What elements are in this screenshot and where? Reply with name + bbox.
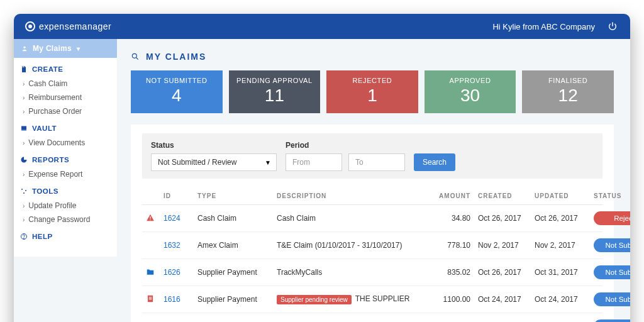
sidebar-item[interactable]: ›Change Password [20, 213, 111, 226]
svg-rect-12 [148, 295, 153, 302]
column-header[interactable]: TYPE [194, 187, 273, 205]
search-icon [131, 52, 140, 61]
svg-rect-15 [149, 299, 152, 299]
svg-rect-13 [149, 297, 152, 297]
svg-point-6 [25, 190, 26, 191]
greeting: Hi Kylie from ABC Company [492, 22, 595, 31]
sidebar: My Claims ▾ CREATE›Cash Claim›Reimbursem… [14, 39, 117, 322]
sidebar-item[interactable]: ›Update Profile [20, 199, 111, 213]
filter-bar: Status Not Submitted / Review ▼ Period F… [142, 133, 602, 179]
table-row: 1632Amex ClaimT&E Claim (01/10/2017 - 31… [142, 232, 602, 259]
sidebar-item[interactable]: ›View Documents [20, 136, 111, 150]
svg-rect-1 [23, 67, 25, 68]
svg-rect-11 [150, 219, 150, 219]
claim-id-link[interactable]: 1616 [164, 295, 180, 304]
sidebar-item[interactable]: ›Reimbursement [20, 91, 111, 104]
column-header[interactable]: AMOUNT [429, 187, 474, 205]
brand[interactable]: expensemanager [25, 21, 111, 31]
column-header[interactable]: STATUS [590, 187, 602, 205]
column-header[interactable]: DESCRIPTION [273, 187, 429, 205]
chevron-down-icon: ▾ [77, 45, 80, 52]
status-pill[interactable]: Not Submitted [594, 238, 630, 252]
svg-rect-10 [150, 216, 150, 219]
chevron-right-icon: › [23, 108, 25, 115]
sidebar-active-label: My Claims [33, 44, 72, 53]
column-header[interactable]: CREATED [474, 187, 531, 205]
brand-name: expensemanager [39, 21, 111, 31]
claims-table: IDTYPEDESCRIPTIONAMOUNTCREATEDUPDATEDSTA… [142, 187, 602, 322]
summary-tiles: NOT SUBMITTED4PENDING APPROVAL11REJECTED… [131, 70, 614, 113]
status-pill[interactable]: Not Submitted [594, 319, 630, 322]
status-pill[interactable]: Not Submitted [594, 265, 630, 279]
sidebar-section-create[interactable]: CREATE [20, 65, 111, 73]
sidebar-section-vault[interactable]: VAULT [20, 125, 111, 132]
pending-review-chip: Supplier pending review [277, 295, 352, 304]
table-row: 1626Supplier PaymentTrackMyCalls835.02Oc… [142, 259, 602, 286]
page-title: MY CLAIMS [131, 52, 614, 62]
chevron-right-icon: › [23, 80, 25, 87]
status-tile[interactable]: REJECTED1 [326, 70, 418, 113]
status-tile[interactable]: NOT SUBMITTED4 [131, 70, 223, 113]
chevron-right-icon: › [23, 140, 25, 147]
chevron-right-icon: › [23, 216, 25, 223]
caret-down-icon: ▼ [265, 159, 271, 166]
brand-logo-icon [25, 21, 35, 31]
period-from-input[interactable]: From [286, 153, 342, 171]
search-button[interactable]: Search [414, 153, 455, 171]
invoice-icon [146, 296, 155, 305]
power-icon [608, 21, 618, 31]
sidebar-item[interactable]: ›Expense Report [20, 167, 111, 181]
period-to-input[interactable]: To [348, 153, 405, 171]
status-tile[interactable]: PENDING APPROVAL11 [229, 70, 321, 113]
column-header[interactable]: ID [160, 187, 194, 205]
logout-button[interactable] [606, 20, 619, 33]
person-icon [21, 45, 28, 52]
svg-rect-2 [21, 126, 26, 130]
status-tile[interactable]: APPROVED30 [425, 70, 516, 113]
svg-point-9 [132, 53, 136, 58]
sidebar-item[interactable]: ›Cash Claim [20, 77, 111, 91]
table-row: 1616Supplier PaymentSupplier pending rev… [142, 286, 602, 313]
claim-id-link[interactable]: 1624 [164, 214, 180, 223]
claim-id-link[interactable]: 1632 [164, 241, 180, 250]
svg-point-8 [24, 238, 25, 239]
status-label: Status [151, 141, 277, 150]
svg-point-0 [23, 47, 25, 48]
status-select[interactable]: Not Submitted / Review ▼ [151, 153, 277, 171]
sidebar-section-tools[interactable]: TOOLS [20, 187, 111, 195]
status-pill[interactable]: Rejected [594, 211, 630, 225]
claim-id-link[interactable]: 1626 [164, 268, 180, 277]
sidebar-section-help[interactable]: HELP [20, 233, 111, 240]
status-tile[interactable]: FINALISED12 [522, 70, 614, 113]
column-header[interactable] [142, 187, 160, 205]
status-pill[interactable]: Not Submitted [594, 292, 630, 306]
chevron-right-icon: › [23, 171, 25, 178]
chevron-right-icon: › [23, 203, 25, 209]
sidebar-section-reports[interactable]: REPORTS [20, 156, 111, 164]
table-row: 1609Cash ClaimCash Claim524.37Oct 9, 201… [142, 313, 602, 323]
period-label: Period [286, 141, 405, 150]
svg-point-4 [21, 189, 23, 190]
svg-point-5 [23, 192, 25, 194]
table-row: 1624Cash ClaimCash Claim34.80Oct 26, 201… [142, 205, 602, 232]
folder-icon [146, 269, 155, 278]
svg-rect-14 [149, 297, 152, 298]
app-topbar: expensemanager Hi Kylie from ABC Company [14, 14, 630, 39]
column-header[interactable]: UPDATED [531, 187, 590, 205]
sidebar-active[interactable]: My Claims ▾ [14, 39, 117, 58]
sidebar-item[interactable]: ›Purchase Order [20, 104, 111, 118]
svg-rect-3 [21, 130, 26, 131]
alert-icon [146, 215, 155, 224]
chevron-right-icon: › [23, 94, 25, 101]
